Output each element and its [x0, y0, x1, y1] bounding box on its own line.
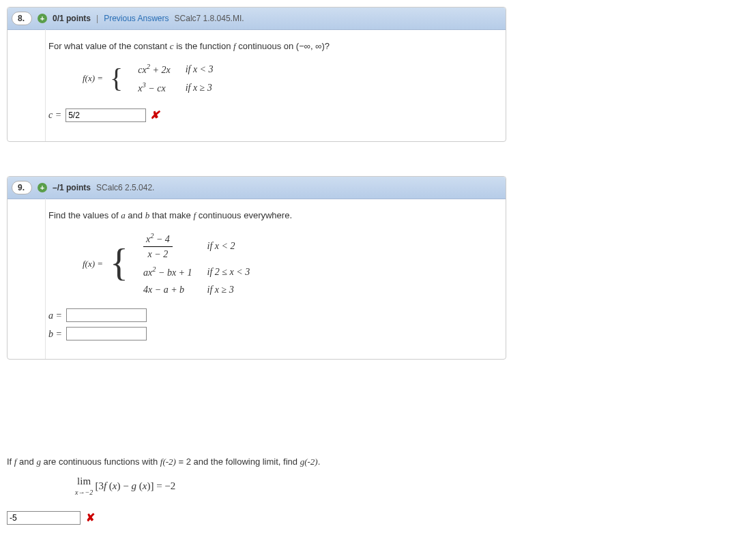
piece-cond: if x < 2: [201, 230, 257, 262]
piecewise-function: f(x) = { cx2 + 2x if x < 3 x3 − cx if x …: [83, 60, 495, 98]
b-input[interactable]: [66, 327, 147, 340]
question-number-pill: 9.: [12, 181, 32, 194]
prompt-part: and: [16, 456, 36, 467]
prompt-part: .: [318, 456, 321, 467]
answer-label: a =: [48, 308, 62, 323]
question-9: 9. + –/1 points SCalc6 2.5.042. Find the…: [7, 176, 506, 360]
piece-cond: if x < 3: [179, 61, 220, 78]
piece-row: x3 − cx if x ≥ 3: [131, 79, 220, 96]
wrong-icon: ✘: [86, 509, 95, 527]
answer-row-b: b =: [48, 327, 495, 341]
points-text: 0/1 points: [53, 14, 91, 23]
piecewise-table: cx2 + 2x if x < 3 x3 − cx if x ≥ 3: [130, 60, 221, 98]
numerator: x2 − 4: [143, 231, 173, 247]
prompt-part: If: [7, 456, 14, 467]
lim-body: [3f (x) − g (x)] = −2: [95, 480, 175, 491]
prompt-part: continuous on (−∞, ∞)?: [236, 41, 330, 51]
fx-label: f(x) =: [83, 257, 103, 271]
piece-row: cx2 + 2x if x < 3: [131, 61, 220, 78]
piece-row: x2 − 4 x − 2 if x < 2: [136, 230, 257, 262]
answer-label: c =: [48, 108, 61, 122]
question-8: 8. + 0/1 points | Previous Answers SCalc…: [7, 7, 506, 142]
sidebar-divider: [45, 199, 46, 359]
piece-expr: 4x − a + b: [143, 285, 184, 295]
wrong-icon: ✘: [150, 107, 159, 124]
fraction: x2 − 4 x − 2: [143, 231, 173, 261]
prompt-part: continuous everywhere.: [196, 210, 292, 220]
expand-icon[interactable]: +: [38, 183, 47, 192]
g-answer-input[interactable]: [7, 511, 81, 525]
denominator: x − 2: [143, 247, 173, 261]
brace-icon: {: [110, 68, 123, 89]
question-number: 8.: [18, 14, 25, 23]
piece-row: ax2 − bx + 1 if 2 ≤ x < 3: [136, 263, 257, 280]
prompt-fv: f(-2): [160, 456, 176, 467]
previous-answers-link[interactable]: Previous Answers: [104, 14, 169, 23]
reference-code: SCalc6 2.5.042.: [96, 183, 154, 192]
brace-icon: {: [110, 248, 128, 278]
question-header: 8. + 0/1 points | Previous Answers SCalc…: [8, 8, 506, 30]
answer-row: ✘: [7, 509, 594, 527]
a-input[interactable]: [66, 308, 147, 322]
prompt-part: = 2 and the following limit, find: [176, 456, 300, 467]
prompt-gv: g(-2): [300, 456, 318, 467]
piece-expr: ax2 − bx + 1: [143, 267, 192, 278]
piece-cond: if x ≥ 3: [201, 282, 257, 297]
piece-expr: cx2 + 2x: [138, 65, 170, 75]
piece-expr: x3 − cx: [138, 83, 165, 93]
fx-label: f(x) =: [83, 72, 103, 85]
prompt-text: Find the values of a and b that make f c…: [48, 209, 495, 222]
piece-cond: if 2 ≤ x < 3: [201, 263, 257, 280]
reference-code: SCalc7 1.8.045.MI.: [175, 14, 244, 23]
limit-expression: lim x→−2 [3f (x) − g (x)] = −2: [75, 473, 594, 498]
prompt-part: For what value of the constant: [48, 41, 170, 51]
prompt-part: Find the values of: [48, 210, 121, 220]
prompt-text: For what value of the constant c is the …: [48, 40, 495, 53]
sidebar-divider: [45, 29, 46, 141]
piece-row: 4x − a + b if x ≥ 3: [136, 282, 257, 297]
extra-problem: If f and g are continuous functions with…: [7, 455, 594, 527]
answer-row-c: c = ✘: [48, 107, 495, 124]
lim-sub: x→−2: [75, 487, 93, 498]
piece-cond: if x ≥ 3: [179, 79, 220, 96]
question-body: Find the values of a and b that make f c…: [8, 199, 506, 359]
question-number: 9.: [18, 183, 25, 192]
expand-icon[interactable]: +: [38, 14, 47, 23]
separator: |: [96, 14, 98, 23]
piecewise-function: f(x) = { x2 − 4 x − 2 if x < 2 ax2 − bx …: [83, 229, 495, 298]
question-header: 9. + –/1 points SCalc6 2.5.042.: [8, 177, 506, 199]
prompt-part: that make: [149, 210, 193, 220]
piecewise-table: x2 − 4 x − 2 if x < 2 ax2 − bx + 1 if 2 …: [135, 229, 258, 298]
prompt-part: are continuous functions with: [41, 456, 160, 467]
points-text: –/1 points: [53, 183, 91, 192]
prompt-part: and: [126, 210, 145, 220]
answer-row-a: a =: [48, 308, 495, 323]
question-body: For what value of the constant c is the …: [8, 30, 506, 141]
prompt-text: If f and g are continuous functions with…: [7, 455, 594, 469]
c-input[interactable]: [66, 108, 146, 122]
question-number-pill: 8.: [12, 12, 32, 25]
prompt-part: is the function: [174, 41, 233, 51]
answer-label: b =: [48, 327, 62, 341]
